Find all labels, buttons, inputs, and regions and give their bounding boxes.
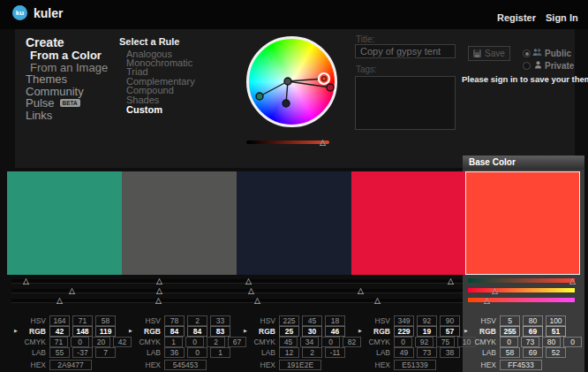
- hsv-v-field[interactable]: 100: [546, 315, 566, 326]
- hsv-s-field[interactable]: 2: [187, 315, 207, 326]
- cmyk-c-field[interactable]: 0: [500, 337, 518, 347]
- cmyk-c-field[interactable]: 45: [279, 337, 298, 347]
- cmyk-y-field[interactable]: 20: [92, 337, 110, 347]
- cmyk-label: CMYK: [242, 338, 275, 346]
- rgb-g-field[interactable]: 148: [72, 326, 93, 337]
- red-slider-thumb[interactable]: △: [245, 277, 252, 285]
- hex-field[interactable]: E51339: [394, 360, 436, 370]
- lab-l-field[interactable]: 49: [394, 347, 414, 358]
- hex-label: HEX: [463, 361, 496, 369]
- color-swatch[interactable]: [237, 171, 351, 275]
- rgb-row: ▶ RGB 255 69 51: [463, 326, 584, 337]
- rgb-g-field[interactable]: 30: [302, 326, 322, 337]
- hsv-h-field[interactable]: 5: [500, 315, 520, 326]
- hsv-h-field[interactable]: 164: [49, 315, 70, 326]
- blue-slider-thumb[interactable]: △: [374, 297, 381, 305]
- hsv-s-field[interactable]: 71: [72, 315, 93, 326]
- hsv-h-field[interactable]: 225: [279, 315, 299, 326]
- lab-a-field[interactable]: 2: [302, 347, 322, 358]
- rgb-r-field[interactable]: 42: [49, 326, 70, 337]
- blue-slider-thumb[interactable]: △: [254, 297, 260, 305]
- green-slider-thumb[interactable]: △: [492, 287, 498, 295]
- rgb-b-field[interactable]: 119: [95, 326, 116, 337]
- red-slider-thumb[interactable]: △: [156, 277, 162, 285]
- lab-l-field[interactable]: 58: [500, 347, 520, 358]
- color-swatch[interactable]: [122, 171, 237, 275]
- value-table: HSV 5 80 100 ▶ RGB 255 69 51 CMYK 0 73 8…: [463, 315, 584, 370]
- hsv-s-field[interactable]: 80: [523, 315, 543, 326]
- color-swatch[interactable]: [7, 171, 122, 275]
- red-slider-thumb[interactable]: △: [448, 277, 454, 285]
- cmyk-y-field[interactable]: 75: [436, 337, 455, 347]
- cmyk-c-field[interactable]: 1: [164, 337, 183, 347]
- hsv-v-field[interactable]: 90: [440, 315, 460, 326]
- cmyk-m-field[interactable]: 92: [415, 337, 433, 347]
- rgb-row: ▶ RGB 229 19 57: [357, 326, 479, 337]
- green-slider-thumb[interactable]: △: [248, 287, 254, 295]
- lab-a-field[interactable]: 73: [417, 347, 437, 358]
- cmyk-m-field[interactable]: 73: [521, 337, 539, 347]
- green-slider-thumb[interactable]: △: [358, 287, 364, 295]
- cmyk-m-field[interactable]: 34: [300, 337, 319, 347]
- rgb-b-field[interactable]: 57: [440, 326, 460, 337]
- cmyk-y-field[interactable]: 80: [542, 337, 561, 347]
- hsv-row: HSV 225 45 18: [242, 315, 364, 326]
- rgb-r-field[interactable]: 229: [394, 326, 414, 337]
- hsv-v-field[interactable]: 58: [95, 315, 116, 326]
- lab-row: LAB 58 69 52: [463, 347, 584, 358]
- hex-label: HEX: [357, 361, 390, 369]
- cmyk-y-field[interactable]: 2: [207, 337, 225, 347]
- lab-l-field[interactable]: 12: [279, 347, 299, 358]
- hex-field[interactable]: 545453: [164, 360, 207, 370]
- rgb-g-field[interactable]: 69: [523, 326, 543, 337]
- lab-l-field[interactable]: 36: [164, 347, 185, 358]
- lab-b-field[interactable]: -11: [325, 347, 345, 358]
- lab-b-field[interactable]: 52: [546, 347, 566, 358]
- cmyk-y-field[interactable]: 0: [321, 337, 340, 347]
- lab-label: LAB: [463, 348, 496, 357]
- rgb-b-field[interactable]: 83: [210, 326, 230, 337]
- rgb-b-field[interactable]: 51: [546, 326, 566, 337]
- hex-field[interactable]: 191E2E: [279, 360, 321, 370]
- red-slider-thumb[interactable]: △: [23, 277, 29, 285]
- cmyk-m-field[interactable]: 0: [71, 337, 89, 347]
- color-column-3: △ △ △ HSV 225 45 18 ▶ RGB 25 30 46 C: [237, 0, 351, 372]
- rgb-g-field[interactable]: 84: [187, 326, 207, 337]
- lab-a-field[interactable]: -37: [72, 347, 93, 358]
- cmyk-k-field[interactable]: 0: [563, 337, 582, 347]
- lab-a-field[interactable]: 69: [523, 347, 543, 358]
- rgb-r-field[interactable]: 84: [164, 326, 185, 337]
- hsv-s-field[interactable]: 45: [302, 315, 322, 326]
- value-table: HSV 78 2 33 ▶ RGB 84 84 83 CMYK 1 0 2: [127, 315, 249, 370]
- hsv-v-field[interactable]: 33: [210, 315, 230, 326]
- lab-b-field[interactable]: 7: [95, 347, 116, 358]
- hsv-label: HSV: [12, 316, 46, 325]
- green-slider-thumb[interactable]: △: [69, 287, 75, 295]
- rgb-r-field[interactable]: 255: [500, 326, 520, 337]
- color-swatch[interactable]: [351, 171, 466, 275]
- cmyk-c-field[interactable]: 71: [49, 337, 68, 347]
- rgb-row: ▶ RGB 84 84 83: [127, 326, 249, 337]
- cmyk-m-field[interactable]: 0: [185, 337, 204, 347]
- red-slider-thumb[interactable]: △: [569, 277, 576, 285]
- lab-l-field[interactable]: 55: [49, 347, 70, 358]
- color-swatch[interactable]: [465, 171, 580, 275]
- lab-a-field[interactable]: 0: [187, 347, 207, 358]
- hex-field[interactable]: FF4533: [500, 360, 542, 370]
- lab-b-field[interactable]: 38: [440, 347, 460, 358]
- cmyk-c-field[interactable]: 0: [394, 337, 412, 347]
- hsv-h-field[interactable]: 78: [164, 315, 185, 326]
- green-slider-thumb[interactable]: △: [156, 287, 162, 295]
- blue-slider-thumb[interactable]: △: [155, 297, 162, 305]
- blue-slider-thumb[interactable]: △: [57, 297, 63, 305]
- cmyk-row: CMYK 0 92 75 10: [357, 337, 479, 347]
- rgb-b-field[interactable]: 46: [325, 326, 345, 337]
- hsv-v-field[interactable]: 18: [325, 315, 345, 326]
- hsv-h-field[interactable]: 349: [394, 315, 414, 326]
- hsv-s-field[interactable]: 92: [417, 315, 437, 326]
- blue-slider-thumb[interactable]: △: [484, 297, 490, 305]
- hex-field[interactable]: 2A9477: [49, 360, 92, 370]
- rgb-g-field[interactable]: 19: [417, 326, 437, 337]
- rgb-r-field[interactable]: 25: [279, 326, 299, 337]
- lab-b-field[interactable]: 1: [210, 347, 230, 358]
